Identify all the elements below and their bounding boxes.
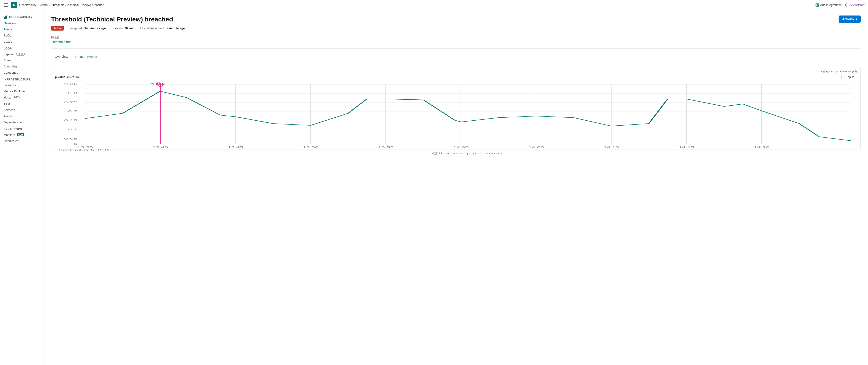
svg-text:14:05: 14:05 [528,146,544,148]
explorer-beta-badge: BETA [17,53,24,56]
sidebar-section-synthetics: Synthetics [0,125,43,132]
chart-metric-label: avg(system.cpu.idle.norm.pct) [55,70,857,73]
svg-text:13:45: 13:45 [227,146,243,148]
svg-rect-3 [817,5,818,6]
sidebar-app-header: Observability [0,13,43,20]
sidebar-item-inventory[interactable]: Inventory [0,82,43,88]
svg-text:13:35: 13:35 [77,146,93,148]
svg-text:0.1: 0.1 [68,128,78,131]
last-update-label: Last status update: a minute ago [140,27,185,30]
svg-text:13:55: 13:55 [378,146,394,148]
breadcrumb-sep-2: › [49,3,50,7]
grid-icon [815,3,819,7]
sidebar-item-metrics-explorer[interactable]: Metrics Explorer [0,88,43,94]
chart-container: avg(system.cpu.idle.norm.pct) p-value 2.… [51,66,861,150]
sidebar-item-categories[interactable]: Categories [0,70,43,76]
chart-icon [4,15,8,19]
sidebar-item-services[interactable]: Services [0,107,43,113]
svg-text:spike: spike [150,81,165,85]
sidebar-item-cases[interactable]: Cases [0,38,43,45]
breadcrumb: Observability › Alerts › Threshold (Tech… [19,3,104,7]
menu-icon[interactable] [3,2,9,8]
breadcrumb-sep-1: › [38,3,38,7]
status-badge: Active [51,26,64,31]
svg-rect-2 [816,5,817,6]
topbar: D Observability › Alerts › Threshold (Te… [0,0,868,10]
svg-text:0.25: 0.25 [64,101,78,103]
actions-button[interactable]: Actions ▾ [839,15,861,23]
svg-point-5 [846,5,847,5]
sidebar-section-infrastructure: Infrastructure [0,76,43,82]
chart-svg: 0.35 0.3 0.25 0.2 0.15 0.1 0.05 0 Averag… [55,82,857,146]
svg-text:14:15: 14:15 [679,146,694,148]
legend-color [844,76,846,77]
sidebar-item-anomalies[interactable]: Anomalies [0,63,43,70]
sidebar: Observability Overview Alerts SLOs Cases… [0,10,44,365]
status-row: Active Triggered: 34 minutes ago Duratio… [51,26,861,31]
sidebar-item-explorer[interactable]: Explorer BETA [0,51,43,57]
svg-text:0.35: 0.35 [64,82,78,85]
tab-overview[interactable]: Overview [51,53,72,61]
breadcrumb-observability[interactable]: Observability [19,3,36,7]
rule-section: Rule Threshold rule [51,36,861,48]
chart-pvalue-value: 2.57e-14 [67,75,79,79]
chart-header-row: p-value 2.57e-14 spike [55,75,857,79]
rule-label: Rule [51,36,861,39]
sidebar-item-monitors[interactable]: Monitors NEW [0,132,43,138]
svg-text:September 5, 2023: September 5, 2023 [58,148,112,151]
sidebar-item-dependencies[interactable]: Dependencies [0,119,43,125]
triggered-label: Triggered: 34 minutes ago [69,27,106,30]
tab-related-events[interactable]: Related Events [72,53,100,61]
topbar-actions: Add integrations AI Assistant [815,3,865,7]
svg-text:0.2: 0.2 [68,110,78,112]
svg-text:13:40: 13:40 [152,146,168,148]
sidebar-item-overview[interactable]: Overview [0,20,43,26]
duration-label: Duration: 32 min [112,27,134,30]
tabs: Overview Related Events [51,53,861,61]
main-content: Threshold (Technical Preview) breached A… [44,10,868,365]
svg-rect-6 [4,17,5,19]
chart-area: 0.35 0.3 0.25 0.2 0.15 0.1 0.05 0 Averag… [55,82,857,146]
duration-value: 32 min [125,27,134,30]
sidebar-item-alerts[interactable]: Alerts [0,26,43,32]
svg-text:@timestamp per minute: @timestamp per minute [432,152,505,155]
svg-rect-1 [817,4,818,5]
sidebar-item-hosts[interactable]: Hosts BETA [0,94,43,101]
svg-text:0: 0 [74,142,78,145]
sidebar-section-apm: APM [0,101,43,107]
svg-text:0.3: 0.3 [68,92,78,94]
svg-rect-7 [5,16,6,19]
last-update-value: a minute ago [167,27,185,30]
breadcrumb-current: Threshold (Technical Preview) breached [51,3,104,7]
add-integrations-button[interactable]: Add integrations [815,3,841,7]
triggered-value: 34 minutes ago [84,27,106,30]
sidebar-item-stream[interactable]: Stream [0,57,43,63]
avatar: D [11,2,17,8]
svg-text:14:00: 14:00 [453,146,469,148]
monitors-new-badge: NEW [17,133,24,136]
actions-chevron-icon: ▾ [856,18,857,21]
page-title: Threshold (Technical Preview) breached [51,15,173,23]
ai-assistant-button[interactable]: AI Assistant [845,3,865,7]
page-header: Threshold (Technical Preview) breached A… [51,15,861,23]
chart-legend-spike: spike [841,75,857,79]
hosts-beta-badge: BETA [13,96,21,99]
ai-icon [845,3,848,7]
chart-pvalue: p-value 2.57e-14 [55,75,79,79]
svg-text:14:10: 14:10 [603,146,619,148]
sidebar-item-slos[interactable]: SLOs [0,32,43,38]
sidebar-item-traces[interactable]: Traces [0,113,43,119]
sidebar-item-certificates[interactable]: Certificates [0,138,43,144]
breadcrumb-alerts[interactable]: Alerts [40,3,48,7]
svg-text:0.05: 0.05 [64,137,78,140]
svg-text:13:50: 13:50 [303,146,318,148]
sidebar-section-logs: Logs [0,45,43,51]
rule-link[interactable]: Threshold rule [51,40,72,44]
svg-rect-0 [816,4,817,5]
svg-text:14:20: 14:20 [754,146,770,148]
svg-text:0.15: 0.15 [64,119,78,122]
svg-rect-8 [6,15,7,19]
